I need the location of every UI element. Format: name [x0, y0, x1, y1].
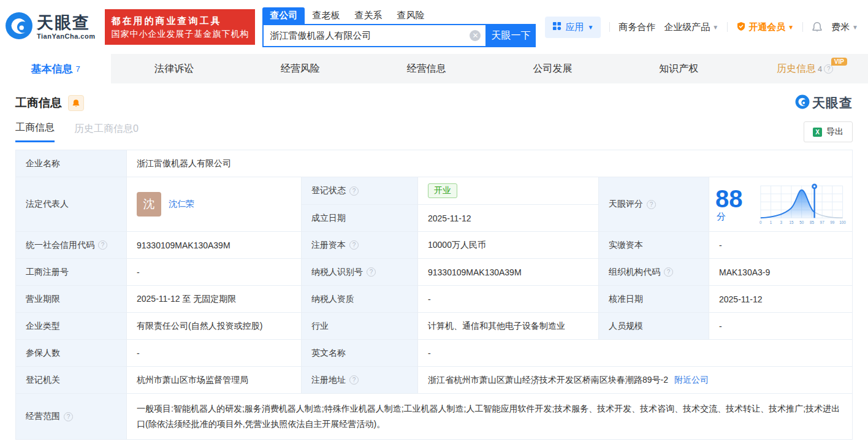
- row-label-taxpayer-quality: 纳税人资质: [302, 286, 418, 313]
- score-unit: 分: [717, 211, 726, 221]
- tab-company-development[interactable]: 公司发展: [489, 54, 615, 83]
- search-tab-risk[interactable]: 查风险: [389, 7, 432, 24]
- divider: [802, 22, 803, 32]
- svg-text:50: 50: [799, 220, 804, 224]
- staff-size-value: -: [709, 313, 853, 340]
- user-menu[interactable]: 费米 ▼: [831, 21, 858, 33]
- row-label-approval-date: 核准日期: [599, 286, 709, 313]
- help-icon[interactable]: ?: [349, 375, 359, 385]
- subtab-business-info[interactable]: 工商信息: [15, 121, 55, 142]
- help-icon[interactable]: ?: [349, 240, 359, 250]
- search-tabs: 查公司 查老板 查关系 查风险: [262, 7, 536, 24]
- svg-text:0: 0: [760, 220, 762, 224]
- help-icon[interactable]: ?: [664, 267, 673, 277]
- industry-value: 计算机、通信和其他电子设备制造业: [418, 313, 599, 340]
- subtab-history-business-info[interactable]: 历史工商信息0: [74, 123, 139, 142]
- row-label-score: 天眼评分 ?: [599, 177, 709, 232]
- open-vip-menu[interactable]: 开通会员 ▼: [736, 21, 794, 33]
- legal-rep-link[interactable]: 沈仁荣: [169, 199, 194, 210]
- tab-history-count: 4: [818, 64, 822, 74]
- section-title: 工商信息: [15, 95, 62, 111]
- legal-rep-avatar[interactable]: 沈: [137, 192, 161, 217]
- tab-operating-risk[interactable]: 经营风险: [237, 54, 364, 83]
- row-label-paid-capital: 实缴资本: [599, 232, 709, 259]
- row-label-business-term: 营业期限: [16, 286, 127, 313]
- business-info-table: 企业名称 浙江雷傲机器人有限公司 法定代表人 沈 沈仁荣 登记状态 ? 开业 天…: [15, 150, 853, 440]
- taxpayer-quality-value: -: [418, 286, 599, 313]
- tab-intellectual-property[interactable]: 知识产权: [615, 54, 742, 83]
- monitor-bell-icon[interactable]: [68, 95, 84, 111]
- help-icon[interactable]: ?: [367, 267, 376, 277]
- taxpayer-id-label: 纳税人识别号: [311, 267, 363, 278]
- apps-label: 应用: [565, 21, 584, 33]
- watermark-text: 天眼查: [812, 94, 853, 112]
- help-icon[interactable]: ?: [647, 200, 656, 209]
- tab-legal-proceedings[interactable]: 法律诉讼: [111, 54, 237, 83]
- vip-crown-icon: [736, 21, 746, 33]
- watermark-logo: 天眼查: [795, 94, 853, 112]
- apps-menu[interactable]: 应用 ▼: [545, 17, 601, 38]
- row-label-taxpayer-id: 纳税人识别号 ?: [302, 259, 418, 286]
- subtab-row: 工商信息 历史工商信息0 X 导出: [0, 112, 868, 142]
- row-label-insured-count: 参保人数: [16, 340, 127, 367]
- reg-address-label: 注册地址: [311, 375, 346, 386]
- reg-address-cell: 浙江省杭州市萧山区萧山经济技术开发区桥南区块春潮路89号-2 附近公司: [418, 367, 853, 394]
- search-tab-company[interactable]: 查公司: [262, 7, 305, 24]
- search-area: 查公司 查老板 查关系 查风险 ✕ 天眼一下: [262, 7, 536, 47]
- taxpayer-id-value: 91330109MAK130A39M: [418, 259, 599, 286]
- nearby-companies-link[interactable]: 附近公司: [674, 375, 709, 386]
- row-label-reg-number: 工商注册号: [16, 259, 127, 286]
- distribution-area-blue: [760, 190, 842, 218]
- search-tab-boss[interactable]: 查老板: [305, 7, 347, 24]
- approval-date-value: 2025-11-12: [709, 286, 853, 313]
- svg-text:97: 97: [820, 220, 824, 224]
- tianyancha-logo[interactable]: 天眼查 TianYanCha.com: [5, 12, 95, 42]
- slogan-line2: 国家中小企业发展子基金旗下机构: [111, 28, 249, 40]
- row-label-reg-address: 注册地址 ?: [302, 367, 418, 394]
- reg-number-value: -: [127, 259, 302, 286]
- row-label-legal-rep: 法定代表人: [16, 177, 127, 232]
- tab-basic-count: 7: [75, 64, 80, 74]
- reg-capital-value: 10000万人民币: [418, 232, 599, 259]
- row-label-reg-capital: 注册资本 ?: [302, 232, 418, 259]
- divider: [727, 22, 728, 32]
- business-cooperation-link[interactable]: 商务合作: [619, 21, 655, 33]
- reg-status-cell: 开业: [418, 177, 599, 205]
- tab-history-info[interactable]: VIP 历史信息 4 ?: [742, 54, 868, 83]
- export-button[interactable]: X 导出: [804, 121, 853, 142]
- row-label-org-code: 组织机构代码 ?: [599, 259, 709, 286]
- brand-domain: TianYanCha.com: [37, 33, 95, 40]
- help-icon[interactable]: ?: [349, 186, 359, 196]
- search-input[interactable]: [264, 31, 485, 41]
- score-label: 天眼评分: [609, 199, 643, 210]
- legal-rep-cell: 沈 沈仁荣: [127, 177, 302, 232]
- help-icon[interactable]: ?: [64, 412, 73, 421]
- company-type-value: 有限责任公司(自然人投资或控股): [127, 313, 302, 340]
- help-icon[interactable]: ?: [98, 240, 107, 250]
- divider: [609, 22, 610, 32]
- reg-authority-value: 杭州市萧山区市场监督管理局: [127, 367, 302, 394]
- credit-code-value: 91330109MAK130A39M: [127, 232, 302, 259]
- tab-operating-info[interactable]: 经营信息: [364, 54, 490, 83]
- tab-basic-label: 基本信息: [31, 62, 72, 76]
- notification-bell-icon[interactable]: [812, 21, 823, 33]
- score-number: 88: [715, 185, 743, 212]
- tab-basic-info[interactable]: 基本信息 7: [0, 54, 111, 83]
- svg-text:3: 3: [780, 220, 782, 224]
- page-header: 天眼查 TianYanCha.com 都在用的商业查询工具 国家中小企业发展子基…: [0, 0, 868, 54]
- paid-capital-value: -: [709, 232, 853, 259]
- row-label-company-name: 企业名称: [16, 150, 127, 177]
- search-tab-relation[interactable]: 查关系: [347, 7, 389, 24]
- slogan-line1: 都在用的商业查询工具: [111, 14, 249, 28]
- brand-slogan: 都在用的商业查询工具 国家中小企业发展子基金旗下机构: [105, 9, 255, 45]
- tab-history-label: 历史信息: [777, 63, 816, 75]
- english-name-value: -: [418, 340, 853, 367]
- org-code-label: 组织机构代码: [609, 267, 660, 278]
- svg-text:99: 99: [830, 220, 835, 224]
- search-button[interactable]: 天眼一下: [485, 24, 536, 47]
- section-header: 工商信息 天眼查: [0, 83, 868, 112]
- establish-date-value: 2025-11-12: [418, 205, 599, 232]
- enterprise-product-menu[interactable]: 企业级产品 ▼: [664, 21, 718, 33]
- insured-count-value: -: [127, 340, 302, 367]
- row-label-reg-authority: 登记机关: [16, 367, 127, 394]
